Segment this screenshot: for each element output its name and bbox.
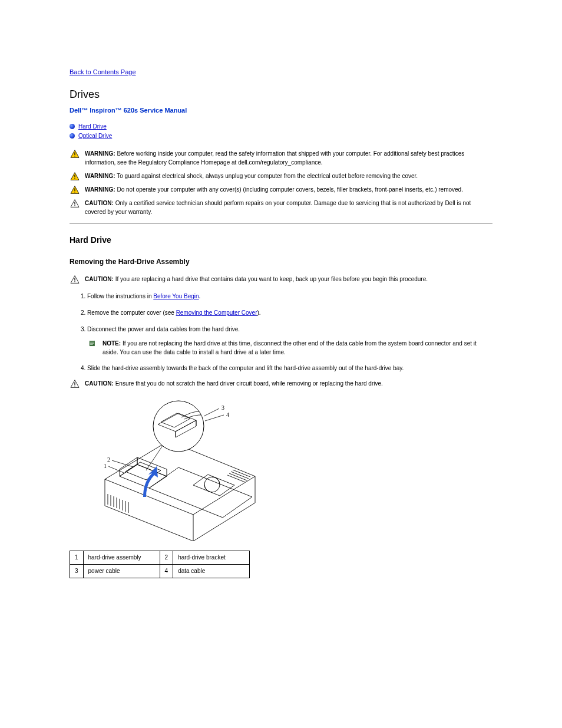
warning-triangle-icon	[70, 185, 80, 194]
part-label: power cable	[83, 565, 160, 578]
parts-table: 1 hard-drive assembly 2 hard-drive brack…	[70, 551, 250, 578]
note-lead: NOTE:	[103, 340, 121, 347]
warning-triangle-icon	[70, 149, 80, 158]
step-text: ).	[257, 309, 260, 316]
steps-list: Follow the instructions in Before You Be…	[70, 288, 492, 338]
note-body: If you are not replacing the hard drive …	[103, 340, 477, 355]
warning-lead: WARNING:	[85, 173, 115, 179]
caution-lead: CAUTION:	[85, 200, 114, 206]
step-item: Slide the hard-drive assembly towards th…	[87, 360, 492, 377]
svg-marker-39	[120, 465, 167, 488]
step-text: Slide the hard-drive assembly towards th…	[87, 365, 404, 371]
divider	[70, 223, 492, 224]
svg-rect-2	[74, 156, 75, 156]
step-item: Follow the instructions in Before You Be…	[87, 288, 492, 305]
caution-triangle-icon	[70, 199, 80, 207]
svg-rect-10	[74, 202, 75, 204]
step-item: Remove the computer cover (see Removing …	[87, 305, 492, 321]
svg-line-52	[204, 409, 219, 416]
warning-text: WARNING: To guard against electrical sho…	[85, 172, 418, 180]
warning-notice: WARNING: To guard against electrical sho…	[70, 172, 492, 180]
bullet-icon	[70, 133, 75, 139]
svg-rect-1	[74, 152, 75, 154]
caution-text: CAUTION: If you are replacing a hard dri…	[85, 275, 428, 284]
part-number: 2	[160, 551, 173, 565]
toc-list: Hard Drive Optical Drive	[70, 122, 492, 141]
toc-item: Hard Drive	[70, 122, 492, 131]
note-notice: NOTE: If you are not replacing the hard …	[87, 339, 492, 357]
caution-triangle-icon	[70, 275, 80, 284]
caution-text: CAUTION: Ensure that you do not scratch …	[85, 379, 383, 388]
steps-list-continued: Slide the hard-drive assembly towards th…	[70, 360, 492, 377]
caution-lead: CAUTION:	[85, 380, 114, 387]
warning-notice: WARNING: Before working inside your comp…	[70, 149, 492, 167]
part-number: 3	[70, 565, 84, 578]
bullet-icon	[70, 124, 75, 129]
note-icon	[87, 339, 98, 347]
part-number: 4	[160, 565, 173, 578]
hard-drive-figure: 1 2 3 4	[87, 394, 492, 543]
caution-notice: CAUTION: Only a certified service techni…	[70, 199, 492, 216]
table-row: 1 hard-drive assembly 2 hard-drive brack…	[70, 551, 250, 565]
note-text: NOTE: If you are not replacing the hard …	[103, 339, 492, 357]
figure-callout-1: 1	[104, 463, 107, 469]
step-text: Disconnect the power and data cables fro…	[87, 326, 240, 332]
svg-rect-11	[74, 205, 75, 206]
manual-name: Dell™ Inspiron™ 620s Service Manual	[70, 106, 492, 115]
warning-text: WARNING: Do not operate your computer wi…	[85, 185, 463, 194]
step-link[interactable]: Before You Begin	[153, 293, 199, 299]
warning-body: Before working inside your computer, rea…	[85, 150, 464, 166]
toc-link-hard-drive[interactable]: Hard Drive	[78, 122, 107, 131]
part-label: hard-drive assembly	[83, 551, 160, 565]
svg-rect-7	[74, 188, 75, 190]
caution-notice: CAUTION: If you are replacing a hard dri…	[70, 275, 492, 284]
table-row: 3 power cable 4 data cable	[70, 565, 250, 578]
svg-line-53	[205, 415, 224, 421]
step-text: Follow the instructions in	[87, 293, 153, 299]
warning-lead: WARNING:	[85, 150, 115, 157]
toc-item: Optical Drive	[70, 131, 492, 141]
svg-rect-13	[74, 278, 75, 281]
caution-text: CAUTION: Only a certified service techni…	[85, 199, 492, 216]
caution-triangle-icon	[70, 379, 80, 388]
svg-rect-8	[74, 192, 75, 192]
section-hard-drive-heading: Hard Drive	[70, 235, 492, 246]
figure-callout-4: 4	[226, 411, 229, 418]
figure-callout-2: 2	[107, 456, 110, 463]
toc-link-optical-drive[interactable]: Optical Drive	[78, 131, 112, 141]
caution-notice: CAUTION: Ensure that you do not scratch …	[70, 379, 492, 388]
svg-line-21	[105, 479, 193, 515]
svg-marker-33	[193, 475, 234, 496]
svg-rect-18	[74, 386, 75, 387]
section-removing-assembly-heading: Removing the Hard-Drive Assembly	[70, 257, 492, 267]
step-item: Disconnect the power and data cables fro…	[87, 321, 492, 338]
back-to-contents-link[interactable]: Back to Contents Page	[70, 68, 136, 75]
warning-body: Do not operate your computer with any co…	[117, 186, 462, 193]
hard-drive-diagram: 1 2 3 4	[87, 394, 264, 541]
svg-line-51	[112, 460, 133, 467]
step-text: Remove the computer cover (see	[87, 309, 176, 316]
svg-marker-20	[105, 441, 255, 541]
svg-rect-5	[74, 178, 75, 179]
warning-lead: WARNING:	[85, 186, 115, 193]
step-text: .	[199, 293, 201, 299]
warning-text: WARNING: Before working inside your comp…	[85, 149, 492, 167]
caution-body: If you are replacing a hard drive that c…	[115, 276, 428, 282]
warning-notice: WARNING: Do not operate your computer wi…	[70, 185, 492, 194]
step-link[interactable]: Removing the Computer Cover	[176, 309, 257, 316]
svg-marker-40	[120, 457, 137, 476]
part-number: 1	[70, 551, 84, 565]
caution-lead: CAUTION:	[85, 276, 114, 282]
warning-body: To guard against electrical shock, alway…	[117, 173, 418, 179]
caution-body: Ensure that you do not scratch the hard …	[115, 380, 383, 387]
svg-rect-4	[74, 174, 75, 177]
figure-callout-3: 3	[222, 404, 224, 411]
svg-rect-17	[74, 383, 75, 385]
part-label: hard-drive bracket	[173, 551, 250, 565]
page-title: Drives	[70, 87, 492, 102]
svg-rect-14	[74, 282, 75, 282]
caution-body: Only a certified service technician shou…	[85, 200, 471, 215]
part-label: data cable	[173, 565, 250, 578]
warning-triangle-icon	[70, 172, 80, 180]
